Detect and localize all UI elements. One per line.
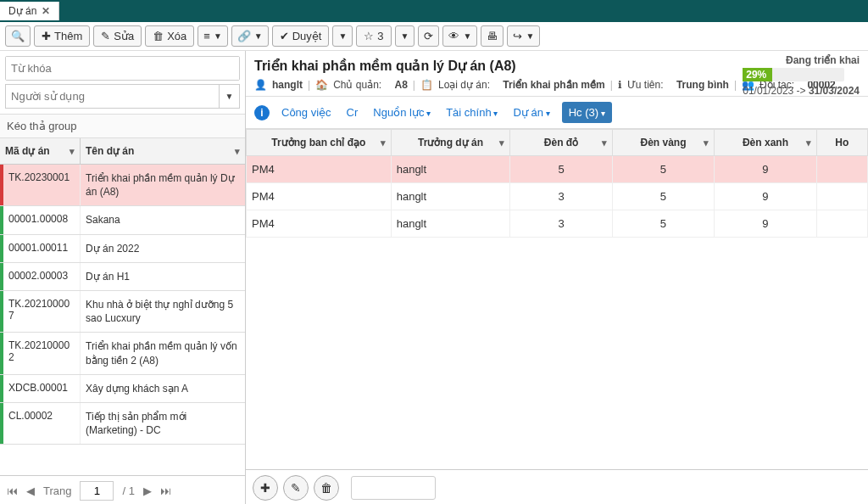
page-input[interactable] (80, 481, 114, 501)
link-button[interactable]: 🔗 ▼ (231, 25, 269, 47)
tab-hc-active[interactable]: Hc (3) (562, 102, 612, 123)
pencil-icon: ✎ (101, 30, 110, 42)
info-icon: ℹ (618, 79, 622, 91)
list-icon: 📋 (420, 79, 433, 91)
add-button[interactable]: ✚Thêm (34, 25, 90, 47)
chevron-down-icon: ▼ (254, 31, 263, 41)
table-row[interactable]: 00001.00008Sakana (0, 206, 245, 234)
tab-resource[interactable]: Nguồn lực (370, 104, 434, 121)
filter-icon[interactable]: ▾ (499, 137, 504, 148)
info-icon[interactable]: i (254, 105, 270, 120)
filter-icon[interactable]: ▾ (70, 146, 75, 157)
table-row[interactable]: PM4hanglt359 (247, 210, 868, 238)
grid-search-input[interactable] (351, 476, 436, 500)
approve-button[interactable]: ✔Duyệt (272, 25, 330, 47)
filter-icon[interactable]: ▾ (381, 137, 386, 148)
refresh-button[interactable]: ⟳ (418, 25, 439, 47)
table-row[interactable]: 00002.00003Dự án H1 (0, 263, 245, 291)
prev-page-icon[interactable]: ◀ (26, 484, 35, 497)
detail-grid: Trưởng ban chỉ đạo▾ Trưởng dự án▾ Đèn đỏ… (246, 129, 868, 238)
close-icon[interactable]: ✕ (42, 5, 50, 17)
table-row[interactable]: TK.202100007Khu nhà ở biệt thự nghỉ dưỡn… (0, 291, 245, 333)
grid-toolbar: ✚ ✎ 🗑 (246, 469, 868, 504)
plus-icon: ✚ (42, 30, 51, 42)
last-page-icon[interactable]: ⏭ (160, 484, 171, 497)
table-row[interactable]: TK.202100002Triển khai phần mềm quản lý … (0, 333, 245, 374)
status-label: Đang triển khai (743, 54, 860, 66)
module-tab[interactable]: Dự án ✕ (0, 2, 59, 20)
approve-dropdown[interactable]: ▼ (332, 25, 353, 47)
table-row[interactable]: XDCB.00001Xây dựng khách sạn A (0, 375, 245, 403)
home-icon: 🏠 (315, 79, 328, 91)
view-button[interactable]: 👁 ▼ (442, 25, 477, 47)
main-toolbar: 🔍 ✚Thêm ✎Sửa 🗑Xóa ≡ ▼ 🔗 ▼ ✔Duyệt ▼ ☆3 ▼ … (0, 22, 868, 51)
table-row[interactable]: PM4hanglt559 (247, 156, 868, 183)
menu-button[interactable]: ≡ ▼ (198, 25, 228, 47)
tab-project[interactable]: Dự án (509, 104, 553, 121)
star-dropdown[interactable]: ▼ (395, 25, 415, 47)
module-tab-label: Dự án (8, 5, 36, 17)
filter-icon[interactable]: ▾ (806, 137, 811, 148)
filter-icon[interactable]: ▾ (704, 137, 709, 148)
grid-edit-button[interactable]: ✎ (283, 475, 309, 501)
table-row[interactable]: CL.00002Tiếp thị sản phẩm mới (Marketing… (0, 403, 245, 445)
detail-tabs: i Công việc Cr Nguồn lực Tài chính Dự án… (246, 97, 868, 129)
left-panel: ▼ Kéo thả group Mã dự án▾ Tên dự án▾ TK.… (0, 51, 246, 504)
tab-finance[interactable]: Tài chính (442, 104, 501, 121)
group-drop-area[interactable]: Kéo thả group (0, 114, 245, 138)
tab-cr[interactable]: Cr (343, 104, 362, 121)
check-icon: ✔ (280, 30, 289, 42)
delete-button[interactable]: 🗑Xóa (145, 25, 194, 47)
next-page-icon[interactable]: ▶ (143, 484, 152, 497)
tab-work[interactable]: Công việc (278, 104, 335, 121)
filter-icon[interactable]: ▾ (235, 146, 240, 157)
share-button[interactable]: ↪ ▼ (507, 25, 540, 47)
left-grid-header: Mã dự án▾ Tên dự án▾ (0, 138, 245, 165)
chevron-down-icon: ▼ (463, 31, 471, 41)
keyword-input[interactable] (6, 57, 239, 80)
app-top-bar: Dự án ✕ (0, 0, 868, 22)
progress-bar: 29% (743, 68, 844, 81)
grid-add-button[interactable]: ✚ (253, 475, 278, 501)
table-row[interactable]: TK.20230001Triển khai phần mềm quản lý D… (0, 165, 245, 206)
filter-icon[interactable]: ▾ (602, 137, 607, 148)
user-select[interactable] (6, 85, 219, 108)
chevron-down-icon: ▼ (338, 31, 347, 41)
grid-delete-button[interactable]: 🗑 (314, 475, 339, 501)
star-icon: ☆ (364, 30, 374, 42)
table-row[interactable]: 00001.00011Dự án 2022 (0, 235, 245, 263)
star-button[interactable]: ☆3 (356, 25, 391, 47)
print-button[interactable]: 🖶 (481, 25, 504, 47)
search-button[interactable]: 🔍 (5, 25, 31, 47)
pager: ⏮ ◀ Trang / 1 ▶ ⏭ (0, 475, 245, 504)
user-icon: 👤 (254, 79, 267, 91)
chevron-down-icon: ▼ (401, 31, 409, 41)
detail-panel: Triển khai phần mềm quản lý Dự án (A8) 👤… (246, 51, 868, 504)
chevron-down-icon: ▼ (526, 31, 534, 41)
trash-icon: 🗑 (153, 30, 164, 42)
chevron-down-icon[interactable]: ▼ (219, 85, 239, 108)
table-row[interactable]: PM4hanglt359 (247, 183, 868, 210)
edit-button[interactable]: ✎Sửa (93, 25, 142, 47)
first-page-icon[interactable]: ⏮ (7, 484, 18, 497)
chevron-down-icon: ▼ (214, 31, 222, 41)
binoculars-icon: 🔍 (11, 30, 25, 42)
